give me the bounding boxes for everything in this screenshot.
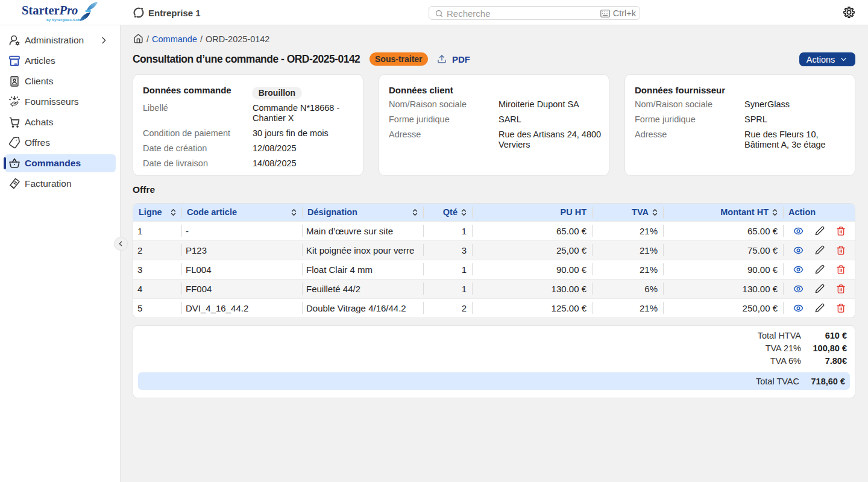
svg-text:StarterPro: StarterPro [22,4,78,17]
svg-text:by Synerglass-Soft: by Synerglass-Soft [46,17,80,22]
